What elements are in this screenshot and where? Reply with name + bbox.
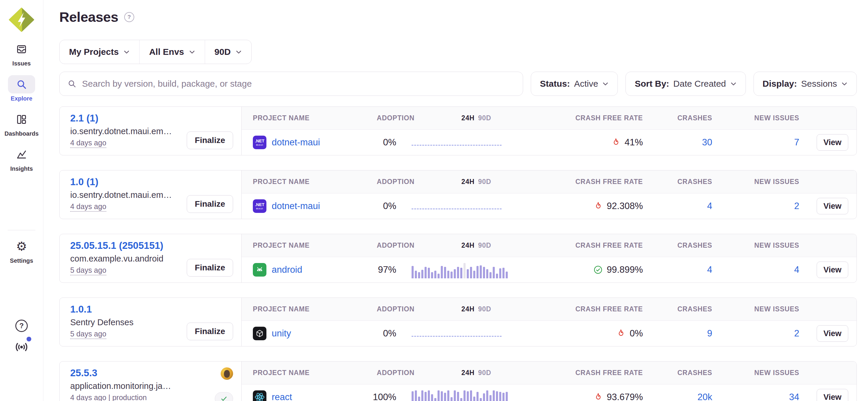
release-date: 4 days ago [70, 139, 172, 147]
project-filter-dropdown[interactable]: My Projects [60, 40, 140, 64]
range-90d[interactable]: 90D [478, 178, 491, 186]
view-button[interactable]: View [817, 134, 848, 151]
release-date-text[interactable]: 5 days ago [70, 330, 106, 338]
new-issues-link[interactable]: 34 [789, 392, 799, 401]
help-icon[interactable]: ? [16, 320, 28, 332]
adoption-dashed-line [411, 145, 502, 146]
release-meta: 25.05.15.1 (2505151)com.example.vu.andro… [70, 240, 163, 278]
crashes-link[interactable]: 30 [702, 137, 712, 147]
status-dropdown[interactable]: Status:Active [531, 72, 618, 96]
column-header-crash-free-rate: Crash Free Rate [510, 369, 655, 377]
help-circle-icon[interactable]: ? [124, 12, 134, 22]
release-card: 25.5.3application.monitoring.ja…4 days a… [59, 361, 857, 401]
release-meta: 25.5.3application.monitoring.ja…4 days a… [70, 367, 171, 401]
release-meta: 2.1 (1)io.sentry.dotnet.maui.em…4 days a… [70, 113, 172, 151]
search-input[interactable] [82, 78, 515, 89]
finalize-button[interactable]: Finalize [187, 259, 233, 276]
release-actions: Finalize [187, 176, 233, 214]
release-version-link[interactable]: 2.1 (1) [70, 113, 98, 124]
release-version-link[interactable]: 1.0.1 [70, 304, 92, 314]
crashes-link[interactable]: 4 [707, 201, 712, 211]
chart-range-toggle[interactable]: 24H90D [461, 114, 491, 122]
crashes-link[interactable]: 20k [698, 392, 712, 401]
crashes-cell: 30 [655, 137, 724, 148]
column-header-new-issues: New Issues [724, 114, 811, 122]
release-version-link[interactable]: 25.05.15.1 (2505151) [70, 240, 163, 251]
chart-range-toggle[interactable]: 24H90D [461, 178, 491, 186]
new-issues-link[interactable]: 4 [794, 265, 799, 275]
sidebar-item-settings[interactable]: ⚙ Settings [8, 237, 35, 264]
sort-by-dropdown[interactable]: Sort By:Date Created [625, 72, 746, 96]
chart-range-toggle[interactable]: 24H90D [461, 241, 491, 249]
new-issues-link[interactable]: 7 [794, 137, 799, 147]
date-range-dropdown[interactable]: 90D [205, 40, 251, 64]
adoption-sparkline [404, 257, 510, 282]
fire-icon [593, 201, 603, 211]
project-link[interactable]: unity [272, 328, 291, 339]
release-info: 2.1 (1)io.sentry.dotnet.maui.em…4 days a… [60, 107, 242, 155]
finalize-button[interactable]: Finalize [187, 195, 233, 213]
chart-range-toggle[interactable]: 24H90D [461, 305, 491, 313]
project-link[interactable]: dotnet-maui [272, 201, 320, 211]
range-90d[interactable]: 90D [478, 114, 491, 122]
avatar[interactable] [221, 367, 233, 380]
view-button[interactable]: View [817, 325, 848, 342]
crashes-link[interactable]: 4 [707, 265, 712, 275]
range-90d[interactable]: 90D [478, 369, 491, 377]
release-environment: production [113, 393, 147, 401]
column-header-crash-free-rate: Crash Free Rate [510, 305, 655, 313]
sidebar-item-label: Insights [10, 165, 33, 172]
sidebar-item-explore[interactable]: Explore [8, 75, 35, 102]
release-date-text[interactable]: 4 days ago [70, 393, 106, 401]
new-issues-link[interactable]: 2 [794, 201, 799, 211]
gear-icon: ⚙ [8, 237, 35, 256]
crash-free-rate-cell: 41% [510, 137, 655, 148]
avatar-face [224, 370, 230, 378]
release-date-text[interactable]: 5 days ago [70, 266, 106, 274]
finalize-button[interactable]: Finalize [187, 323, 233, 340]
crash-free-rate-cell: 92.308% [510, 201, 655, 211]
chart-range-toggle[interactable]: 24H90D [461, 369, 491, 377]
new-issues-link[interactable]: 2 [794, 328, 799, 338]
release-date-text[interactable]: 4 days ago [70, 139, 106, 147]
finalize-button[interactable]: Finalize [187, 132, 233, 149]
release-date-text[interactable]: 4 days ago [70, 202, 106, 210]
column-header-project: Project Name [242, 305, 360, 313]
sidebar: Issues Explore [0, 0, 43, 401]
view-button[interactable]: View [817, 262, 848, 278]
project-link[interactable]: android [272, 265, 302, 275]
view-button[interactable]: View [817, 198, 848, 214]
crashes-cell: 4 [655, 265, 724, 275]
view-button[interactable]: View [817, 389, 848, 401]
crashes-link[interactable]: 9 [707, 328, 712, 338]
release-version-link[interactable]: 25.5.3 [70, 367, 97, 378]
column-header-new-issues: New Issues [724, 241, 811, 249]
sidebar-item-label: Issues [12, 60, 31, 67]
environment-filter-dropdown[interactable]: All Envs [140, 40, 205, 64]
dotnet-maui-icon: .NETMAUI [253, 136, 267, 149]
sidebar-item-issues[interactable]: Issues [8, 40, 35, 67]
range-24h[interactable]: 24H [461, 305, 475, 313]
release-card: 2.1 (1)io.sentry.dotnet.maui.em…4 days a… [59, 106, 857, 156]
sentry-logo[interactable] [9, 8, 34, 33]
sidebar-item-label: Dashboards [4, 130, 39, 137]
whats-new-button[interactable] [15, 340, 28, 355]
adoption-value: 0% [360, 201, 404, 211]
release-list: 2.1 (1)io.sentry.dotnet.maui.em…4 days a… [59, 106, 857, 401]
column-header-adoption: Adoption24H90D [360, 369, 510, 377]
sidebar-item-insights[interactable]: Insights [8, 145, 35, 172]
project-link[interactable]: react [272, 392, 292, 401]
range-90d[interactable]: 90D [478, 305, 491, 313]
range-24h[interactable]: 24H [461, 114, 475, 122]
release-package: io.sentry.dotnet.maui.em… [70, 127, 172, 136]
project-row: .NETMAUIdotnet-maui0%41%307View [242, 130, 857, 155]
range-24h[interactable]: 24H [461, 369, 475, 377]
range-24h[interactable]: 24H [461, 241, 475, 249]
display-dropdown[interactable]: Display:Sessions [753, 72, 857, 96]
project-link[interactable]: dotnet-maui [272, 137, 320, 148]
column-header-crashes: Crashes [655, 305, 724, 313]
range-24h[interactable]: 24H [461, 178, 475, 186]
range-90d[interactable]: 90D [478, 241, 491, 249]
release-version-link[interactable]: 1.0 (1) [70, 176, 98, 187]
sidebar-item-dashboards[interactable]: Dashboards [4, 110, 39, 137]
